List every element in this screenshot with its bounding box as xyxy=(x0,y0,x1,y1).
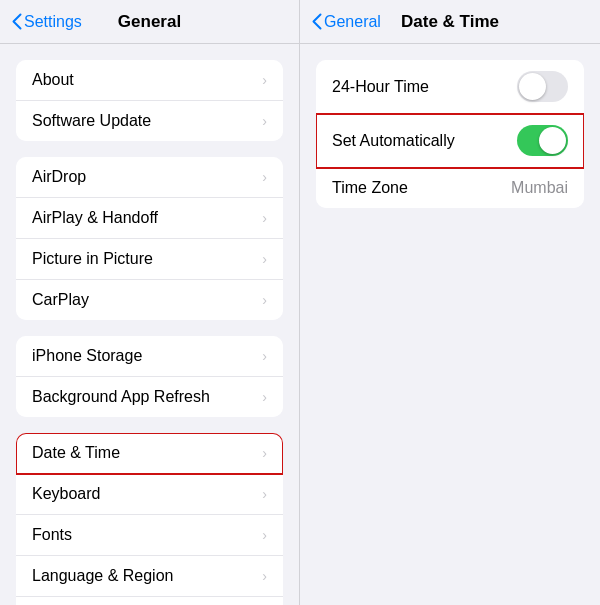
chevron-icon: › xyxy=(262,348,267,364)
right-settings-content: 24-Hour Time Set Automatically Time Zone… xyxy=(300,44,600,605)
settings-group-2: AirDrop › AirPlay & Handoff › Picture in… xyxy=(0,157,299,320)
chevron-icon: › xyxy=(262,389,267,405)
left-back-label: Settings xyxy=(24,13,82,31)
right-nav-back[interactable]: General xyxy=(312,13,381,31)
sidebar-item-picture-in-picture[interactable]: Picture in Picture › xyxy=(16,239,283,280)
group-wrapper-2: AirDrop › AirPlay & Handoff › Picture in… xyxy=(16,157,283,320)
date-time-group: 24-Hour Time Set Automatically Time Zone… xyxy=(316,60,584,208)
sidebar-item-keyboard[interactable]: Keyboard › xyxy=(16,474,283,515)
row-24-hour-time: 24-Hour Time xyxy=(316,60,584,114)
toggle-thumb xyxy=(519,73,546,100)
left-nav-title: General xyxy=(118,12,181,32)
set-automatically-toggle[interactable] xyxy=(517,125,568,156)
24-hour-time-toggle[interactable] xyxy=(517,71,568,102)
sidebar-item-iphone-storage[interactable]: iPhone Storage › xyxy=(16,336,283,377)
toggle-thumb xyxy=(539,127,566,154)
right-nav-title: Date & Time xyxy=(401,12,499,32)
chevron-icon: › xyxy=(262,527,267,543)
right-panel: General Date & Time 24-Hour Time Set Aut… xyxy=(300,0,600,605)
sidebar-item-fonts[interactable]: Fonts › xyxy=(16,515,283,556)
group-wrapper-1: About › Software Update › xyxy=(16,60,283,141)
date-time-settings-group: 24-Hour Time Set Automatically Time Zone… xyxy=(316,60,584,208)
sidebar-item-about[interactable]: About › xyxy=(16,60,283,101)
settings-group-3: iPhone Storage › Background App Refresh … xyxy=(0,336,299,417)
chevron-icon: › xyxy=(262,568,267,584)
row-time-zone[interactable]: Time Zone Mumbai xyxy=(316,168,584,208)
chevron-icon: › xyxy=(262,292,267,308)
sidebar-item-date-time[interactable]: Date & Time › xyxy=(16,433,283,474)
chevron-icon: › xyxy=(262,169,267,185)
left-nav-header: Settings General xyxy=(0,0,299,44)
sidebar-item-background-app-refresh[interactable]: Background App Refresh › xyxy=(16,377,283,417)
left-settings-list: About › Software Update › AirDrop › AirP… xyxy=(0,44,299,605)
chevron-icon: › xyxy=(262,72,267,88)
right-nav-header: General Date & Time xyxy=(300,0,600,44)
group-wrapper-4: Date & Time › Keyboard › Fonts › Languag… xyxy=(16,433,283,605)
sidebar-item-language-region[interactable]: Language & Region › xyxy=(16,556,283,597)
chevron-icon: › xyxy=(262,445,267,461)
left-nav-back[interactable]: Settings xyxy=(12,13,82,31)
sidebar-item-dictionary[interactable]: Dictionary › xyxy=(16,597,283,605)
chevron-icon: › xyxy=(262,251,267,267)
chevron-icon: › xyxy=(262,486,267,502)
sidebar-item-airplay-handoff[interactable]: AirPlay & Handoff › xyxy=(16,198,283,239)
settings-group-1: About › Software Update › xyxy=(0,60,299,141)
sidebar-item-software-update[interactable]: Software Update › xyxy=(16,101,283,141)
chevron-icon: › xyxy=(262,113,267,129)
sidebar-item-airdrop[interactable]: AirDrop › xyxy=(16,157,283,198)
left-panel: Settings General About › Software Update… xyxy=(0,0,300,605)
settings-group-4: Date & Time › Keyboard › Fonts › Languag… xyxy=(0,433,299,605)
right-back-label: General xyxy=(324,13,381,31)
group-wrapper-3: iPhone Storage › Background App Refresh … xyxy=(16,336,283,417)
sidebar-item-carplay[interactable]: CarPlay › xyxy=(16,280,283,320)
chevron-icon: › xyxy=(262,210,267,226)
row-set-automatically: Set Automatically xyxy=(316,114,584,168)
